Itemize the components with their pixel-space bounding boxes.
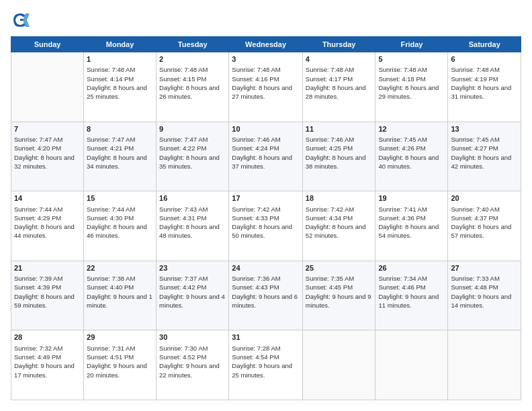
daylight-text: Daylight: 8 hours and 40 minutes. (378, 154, 439, 170)
day-number: 30 (159, 332, 226, 342)
sunset-text: Sunset: 4:19 PM (451, 75, 498, 83)
day-number: 2 (159, 54, 226, 64)
daylight-text: Daylight: 8 hours and 48 minutes. (159, 223, 220, 239)
calendar-day-cell: 12Sunrise: 7:45 AMSunset: 4:26 PMDayligh… (375, 122, 448, 191)
daylight-text: Daylight: 8 hours and 34 minutes. (87, 154, 147, 170)
sunrise-text: Sunrise: 7:36 AM (232, 275, 280, 282)
calendar-day-cell: 4Sunrise: 7:48 AMSunset: 4:17 PMDaylight… (302, 52, 375, 122)
calendar-day-cell: 7Sunrise: 7:47 AMSunset: 4:20 PMDaylight… (11, 122, 84, 191)
sunset-text: Sunset: 4:39 PM (14, 283, 61, 291)
sunrise-text: Sunrise: 7:47 AM (14, 136, 62, 143)
daylight-text: Daylight: 8 hours and 46 minutes. (87, 223, 147, 239)
logo (11, 11, 32, 30)
day-number: 29 (87, 332, 153, 342)
sunset-text: Sunset: 4:33 PM (232, 214, 279, 222)
sunset-text: Sunset: 4:51 PM (87, 353, 134, 361)
day-number: 3 (232, 54, 300, 64)
sunset-text: Sunset: 4:40 PM (87, 283, 134, 291)
sunrise-text: Sunrise: 7:46 AM (306, 136, 354, 143)
sunrise-text: Sunrise: 7:48 AM (232, 66, 280, 73)
sunrise-text: Sunrise: 7:35 AM (306, 275, 354, 282)
sunrise-text: Sunrise: 7:45 AM (378, 136, 427, 143)
sunrise-text: Sunrise: 7:37 AM (159, 275, 208, 282)
sunset-text: Sunset: 4:49 PM (14, 353, 61, 361)
sunset-text: Sunset: 4:27 PM (451, 144, 498, 152)
header-row: SundayMondayTuesdayWednesdayThursdayFrid… (11, 37, 521, 52)
sunset-text: Sunset: 4:43 PM (232, 283, 279, 291)
daylight-text: Daylight: 9 hours and 25 minutes. (232, 362, 292, 378)
sunrise-text: Sunrise: 7:38 AM (87, 275, 135, 282)
sunrise-text: Sunrise: 7:30 AM (159, 345, 208, 352)
daylight-text: Daylight: 8 hours and 27 minutes. (232, 84, 292, 100)
day-number: 25 (306, 263, 373, 273)
calendar-day-cell: 9Sunrise: 7:47 AMSunset: 4:22 PMDaylight… (157, 122, 229, 191)
day-header: Monday (84, 37, 157, 52)
sunrise-text: Sunrise: 7:45 AM (451, 136, 499, 143)
calendar-day-cell (375, 330, 448, 400)
sunrise-text: Sunrise: 7:39 AM (14, 275, 62, 282)
sunset-text: Sunset: 4:16 PM (232, 75, 279, 83)
day-number: 4 (306, 54, 373, 64)
sunset-text: Sunset: 4:45 PM (306, 283, 353, 291)
calendar-day-cell (302, 330, 375, 400)
sunset-text: Sunset: 4:31 PM (159, 214, 206, 222)
day-number: 9 (159, 124, 226, 134)
sunset-text: Sunset: 4:30 PM (87, 214, 134, 222)
day-number: 13 (451, 124, 518, 134)
sunset-text: Sunset: 4:48 PM (451, 283, 498, 291)
calendar-day-cell: 1Sunrise: 7:48 AMSunset: 4:14 PMDaylight… (84, 52, 157, 122)
calendar-day-cell: 22Sunrise: 7:38 AMSunset: 4:40 PMDayligh… (84, 261, 157, 330)
calendar-day-cell: 25Sunrise: 7:35 AMSunset: 4:45 PMDayligh… (302, 261, 375, 330)
sunrise-text: Sunrise: 7:41 AM (378, 205, 427, 213)
sunset-text: Sunset: 4:14 PM (87, 75, 134, 83)
sunset-text: Sunset: 4:26 PM (378, 144, 425, 152)
daylight-text: Daylight: 8 hours and 32 minutes. (14, 154, 75, 170)
sunrise-text: Sunrise: 7:33 AM (451, 275, 499, 282)
day-number: 11 (306, 124, 373, 134)
calendar-body: 1Sunrise: 7:48 AMSunset: 4:14 PMDaylight… (11, 52, 521, 400)
daylight-text: Daylight: 9 hours and 1 minute. (87, 293, 152, 309)
sunrise-text: Sunrise: 7:48 AM (87, 66, 135, 73)
calendar-week-row: 28Sunrise: 7:32 AMSunset: 4:49 PMDayligh… (11, 330, 521, 400)
day-header: Saturday (448, 37, 521, 52)
sunset-text: Sunset: 4:25 PM (306, 144, 353, 152)
sunrise-text: Sunrise: 7:48 AM (451, 66, 499, 73)
day-number: 1 (87, 54, 153, 64)
sunrise-text: Sunrise: 7:44 AM (14, 205, 62, 213)
sunset-text: Sunset: 4:34 PM (306, 214, 353, 222)
calendar-day-cell: 3Sunrise: 7:48 AMSunset: 4:16 PMDaylight… (229, 52, 303, 122)
day-number: 23 (159, 263, 226, 273)
calendar-day-cell: 24Sunrise: 7:36 AMSunset: 4:43 PMDayligh… (229, 261, 303, 330)
calendar-day-cell: 30Sunrise: 7:30 AMSunset: 4:52 PMDayligh… (157, 330, 229, 400)
calendar-day-cell: 2Sunrise: 7:48 AMSunset: 4:15 PMDaylight… (157, 52, 229, 122)
sunset-text: Sunset: 4:24 PM (232, 144, 279, 152)
sunset-text: Sunset: 4:42 PM (159, 283, 206, 291)
calendar-day-cell: 6Sunrise: 7:48 AMSunset: 4:19 PMDaylight… (448, 52, 521, 122)
daylight-text: Daylight: 8 hours and 25 minutes. (87, 84, 147, 100)
sunset-text: Sunset: 4:37 PM (451, 214, 498, 222)
day-number: 21 (14, 263, 81, 273)
calendar-day-cell: 31Sunrise: 7:28 AMSunset: 4:54 PMDayligh… (229, 330, 303, 400)
sunset-text: Sunset: 4:22 PM (159, 144, 206, 152)
sunset-text: Sunset: 4:46 PM (378, 283, 425, 291)
calendar-day-cell: 26Sunrise: 7:34 AMSunset: 4:46 PMDayligh… (375, 261, 448, 330)
calendar-day-cell: 5Sunrise: 7:48 AMSunset: 4:18 PMDaylight… (375, 52, 448, 122)
calendar-day-cell: 20Sunrise: 7:40 AMSunset: 4:37 PMDayligh… (448, 191, 521, 261)
daylight-text: Daylight: 9 hours and 14 minutes. (451, 293, 511, 309)
sunrise-text: Sunrise: 7:34 AM (378, 275, 427, 282)
calendar-day-cell: 15Sunrise: 7:44 AMSunset: 4:30 PMDayligh… (84, 191, 157, 261)
day-number: 19 (378, 193, 445, 203)
daylight-text: Daylight: 9 hours and 4 minutes. (159, 293, 225, 309)
calendar-day-cell: 8Sunrise: 7:47 AMSunset: 4:21 PMDaylight… (84, 122, 157, 191)
sunset-text: Sunset: 4:52 PM (159, 353, 206, 361)
calendar-day-cell: 10Sunrise: 7:46 AMSunset: 4:24 PMDayligh… (229, 122, 303, 191)
sunset-text: Sunset: 4:15 PM (159, 75, 206, 83)
day-header: Wednesday (229, 37, 303, 52)
header (11, 11, 521, 30)
calendar-day-cell: 29Sunrise: 7:31 AMSunset: 4:51 PMDayligh… (84, 330, 157, 400)
sunrise-text: Sunrise: 7:44 AM (87, 205, 135, 213)
calendar-day-cell: 21Sunrise: 7:39 AMSunset: 4:39 PMDayligh… (11, 261, 84, 330)
daylight-text: Daylight: 9 hours and 22 minutes. (159, 362, 220, 378)
calendar-day-cell: 11Sunrise: 7:46 AMSunset: 4:25 PMDayligh… (302, 122, 375, 191)
daylight-text: Daylight: 8 hours and 54 minutes. (378, 223, 439, 239)
